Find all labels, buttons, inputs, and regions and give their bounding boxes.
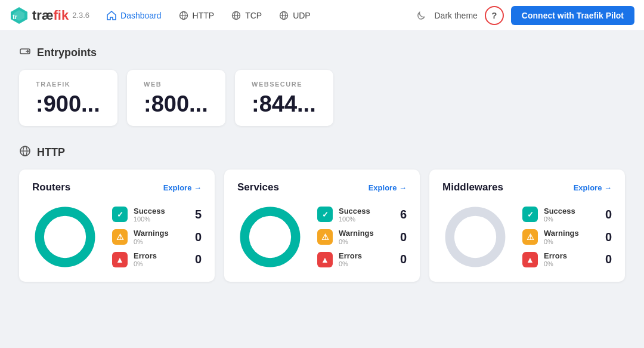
svg-point-21 (259, 226, 281, 248)
entrypoint-label-websecure: WEBSECURE (252, 81, 317, 88)
logo: tr træfik 2.3.6 (10, 6, 89, 25)
middlewares-success-count: 0 (601, 208, 612, 221)
entrypoints-grid: TRAEFIK :900... WEB :800... WEBSECURE :8… (19, 70, 625, 126)
services-errors-row: ▲ Errors 0% 0 (317, 251, 407, 268)
nav-item-tcp[interactable]: TCP (224, 7, 269, 24)
svg-point-23 (465, 226, 487, 248)
tcp-icon (231, 10, 242, 21)
middlewares-title: Middlewares (442, 181, 503, 193)
entrypoint-card-web: WEB :800... (127, 70, 225, 126)
routers-warnings-count: 0 (191, 230, 202, 244)
success-badge: ✓ (112, 207, 128, 222)
middlewares-errors-text: Errors 0% (544, 251, 595, 268)
middlewares-warnings-text: Warnings 0% (544, 229, 595, 245)
svc-success-badge: ✓ (317, 207, 333, 222)
services-success-text: Success 100% (339, 207, 390, 223)
nav-item-udp[interactable]: UDP (271, 7, 318, 24)
moon-icon (414, 9, 428, 22)
routers-legend: ✓ Success 100% 5 ⚠ Warnings 0% 0 (112, 207, 202, 268)
services-success-count: 6 (396, 208, 407, 221)
services-explore[interactable]: Explore → (369, 183, 407, 192)
middlewares-success-row: ✓ Success 0% 0 (522, 207, 612, 223)
mw-success-badge: ✓ (522, 207, 538, 222)
middlewares-warnings-row: ⚠ Warnings 0% 0 (522, 229, 612, 245)
middlewares-body: ✓ Success 0% 0 ⚠ Warnings 0% 0 (442, 204, 612, 270)
routers-success-text: Success 100% (134, 207, 185, 223)
http-globe-icon (19, 145, 31, 160)
routers-errors-count: 0 (191, 252, 202, 266)
mw-warnings-badge: ⚠ (522, 229, 538, 245)
http-section-header: HTTP (19, 145, 625, 160)
svg-text:tr: tr (13, 13, 18, 20)
svc-errors-badge: ▲ (317, 252, 333, 267)
routers-warnings-text: Warnings 0% (134, 229, 185, 245)
globe-icon (178, 10, 189, 21)
middlewares-legend: ✓ Success 0% 0 ⚠ Warnings 0% 0 (522, 207, 612, 268)
svg-point-18 (54, 226, 76, 248)
nav-item-dashboard[interactable]: Dashboard (99, 7, 169, 24)
routers-errors-row: ▲ Errors 0% 0 (112, 251, 202, 268)
middlewares-errors-count: 0 (601, 252, 612, 266)
nav-right: Dark theme ? Connect with Traefik Pilot (414, 6, 635, 25)
services-success-row: ✓ Success 100% 6 (317, 207, 407, 223)
warnings-badge: ⚠ (112, 229, 128, 245)
routers-donut (32, 204, 98, 270)
routers-header: Routers Explore → (32, 181, 202, 193)
routers-success-count: 5 (191, 208, 202, 221)
logo-icon: tr (10, 6, 29, 25)
services-header: Services Explore → (237, 181, 407, 193)
main-content: Entrypoints TRAEFIK :900... WEB :800... … (0, 31, 644, 296)
mw-errors-badge: ▲ (522, 252, 538, 267)
services-title: Services (237, 181, 279, 193)
entrypoint-card-websecure: WEBSECURE :844... (235, 70, 333, 126)
routers-title: Routers (32, 181, 70, 193)
routers-explore[interactable]: Explore → (163, 183, 202, 192)
middlewares-explore[interactable]: Explore → (574, 183, 612, 192)
version-label: 2.3.6 (72, 11, 89, 20)
http-title: HTTP (37, 146, 65, 159)
services-warnings-row: ⚠ Warnings 0% 0 (317, 229, 407, 245)
nav-item-http[interactable]: HTTP (171, 7, 222, 24)
middlewares-warnings-count: 0 (601, 230, 612, 244)
routers-card: Routers Explore → ✓ Success (19, 170, 215, 282)
routers-errors-text: Errors 0% (134, 251, 185, 268)
routers-body: ✓ Success 100% 5 ⚠ Warnings 0% 0 (32, 204, 202, 270)
dark-theme-label: Dark theme (435, 11, 478, 20)
middlewares-errors-row: ▲ Errors 0% 0 (522, 251, 612, 268)
services-warnings-text: Warnings 0% (339, 229, 390, 245)
routers-success-row: ✓ Success 100% 5 (112, 207, 202, 223)
home-icon (106, 10, 117, 21)
middlewares-success-text: Success 0% (544, 207, 595, 223)
entrypoints-section-header: Entrypoints (19, 45, 625, 60)
services-errors-count: 0 (396, 252, 407, 266)
middlewares-header: Middlewares Explore → (442, 181, 612, 193)
udp-icon (278, 10, 289, 21)
entrypoint-port-websecure: :844... (252, 93, 317, 115)
logo-wordmark: træfik (32, 8, 69, 23)
middlewares-donut (442, 204, 508, 270)
http-cards: Routers Explore → ✓ Success (19, 170, 625, 282)
entrypoint-port-web: :800... (144, 93, 209, 115)
help-button[interactable]: ? (485, 6, 504, 25)
services-donut (237, 204, 303, 270)
services-warnings-count: 0 (396, 230, 407, 244)
svc-warnings-badge: ⚠ (317, 229, 333, 245)
entrypoint-port-traefik: :900... (36, 93, 101, 115)
services-card: Services Explore → ✓ Success (224, 170, 420, 282)
services-body: ✓ Success 100% 6 ⚠ Warnings 0% 0 (237, 204, 407, 270)
routers-warnings-row: ⚠ Warnings 0% 0 (112, 229, 202, 245)
middlewares-card: Middlewares Explore → ✓ Success 0% (429, 170, 625, 282)
errors-badge: ▲ (112, 252, 128, 267)
services-errors-text: Errors 0% (339, 251, 390, 268)
entrypoint-card-traefik: TRAEFIK :900... (19, 70, 117, 126)
services-legend: ✓ Success 100% 6 ⚠ Warnings 0% 0 (317, 207, 407, 268)
top-nav: tr træfik 2.3.6 Dashboard HTTP TCP (0, 0, 644, 31)
entrypoint-label-traefik: TRAEFIK (36, 81, 101, 88)
entrypoints-title: Entrypoints (37, 47, 97, 59)
nav-links: Dashboard HTTP TCP UDP (99, 7, 409, 24)
connect-button[interactable]: Connect with Traefik Pilot (511, 6, 634, 25)
entrypoint-label-web: WEB (144, 81, 209, 88)
entrypoints-icon (19, 45, 31, 60)
